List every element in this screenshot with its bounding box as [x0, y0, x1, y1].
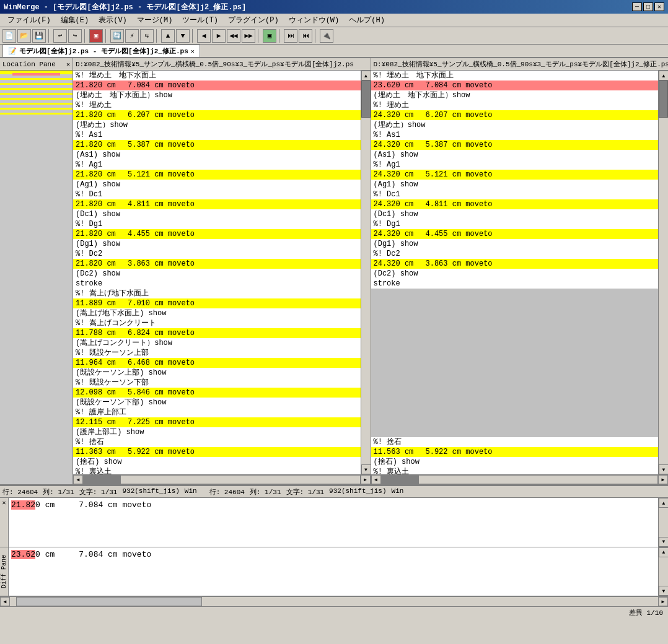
right-h-scroll-left[interactable]: ◀: [371, 475, 381, 484]
right-line-0: %! 埋め土 地下水面上: [371, 71, 659, 80]
toolbar-prev-file[interactable]: ⏮: [299, 29, 312, 43]
diff-bottom-scroll-down[interactable]: ▼: [659, 586, 668, 596]
right-line-15: %! Dg1: [371, 219, 659, 229]
left-line-19: 21.820 cm 3.863 cm moveto: [73, 259, 361, 269]
toolbar-copy-right[interactable]: ▶: [212, 29, 226, 43]
toolbar-copy-all-left[interactable]: ◀◀: [227, 29, 240, 43]
bottom-scroll-left[interactable]: ◀: [0, 597, 10, 606]
diff-pane-bottom: Diff Pane 23.620 cm 7.084 cm moveto ▲ ▼: [0, 547, 668, 597]
left-h-scroll-track[interactable]: [83, 475, 361, 484]
menu-plugins[interactable]: プラグイン(P): [223, 14, 284, 27]
toolbar-redo[interactable]: ↪: [68, 29, 82, 43]
toolbar-sep1: [48, 29, 51, 43]
toolbar-next-file[interactable]: ⏭: [284, 29, 297, 43]
left-line-3: %! 埋め土: [73, 100, 361, 110]
minimize-button[interactable]: ─: [632, 2, 642, 11]
right-line-26: [371, 328, 659, 338]
toolbar-swap[interactable]: ⇆: [140, 29, 154, 43]
menu-view[interactable]: 表示(V): [94, 14, 132, 27]
bottom-area: ✕ 21.820 cm 7.084 cm moveto ▲ ▼ Diff Pan…: [0, 498, 668, 606]
right-line-6: %! As1: [371, 130, 659, 140]
left-panel-content[interactable]: %! 埋め土 地下水面上 21.820 cm 7.084 cm moveto (…: [73, 71, 361, 474]
left-line-24: (嵩上げ地下水面上) show: [73, 308, 361, 318]
right-line-28: [371, 348, 659, 358]
menu-file[interactable]: ファイル(F): [2, 14, 56, 27]
toolbar-compare[interactable]: ⚡: [125, 29, 139, 43]
left-h-scroll-thumb[interactable]: [84, 476, 121, 484]
right-line-17: (Dg1) show: [371, 239, 659, 249]
toolbar-prev-diff[interactable]: ▲: [161, 29, 175, 43]
diff-pane-bottom-scrollbar[interactable]: ▲ ▼: [658, 547, 668, 596]
toolbar-btn3[interactable]: ▣: [89, 29, 103, 43]
right-h-scroll[interactable]: ◀ ▶: [371, 474, 669, 484]
close-button[interactable]: ✕: [654, 2, 664, 11]
right-h-scroll-right[interactable]: ▶: [658, 475, 668, 484]
menu-window[interactable]: ウィンドウ(W): [284, 14, 345, 27]
left-line-8: (As1) show: [73, 150, 361, 160]
left-h-scroll-right[interactable]: ▶: [361, 475, 371, 484]
right-scroll-up[interactable]: ▲: [659, 71, 668, 80]
right-h-scroll-track[interactable]: [381, 475, 659, 484]
toolbar-open[interactable]: 📂: [17, 29, 31, 43]
main-tab[interactable]: 📝 モデル図[全体]j2.ps - モデル図[全体]j2_修正.ps ✕: [2, 45, 200, 57]
menu-help[interactable]: ヘルプ(H): [344, 14, 390, 27]
right-panel-scrollbar[interactable]: ▲ ▼: [658, 71, 668, 474]
restore-button[interactable]: □: [643, 2, 653, 11]
right-line-5: (埋め土）show: [371, 120, 659, 130]
right-h-scroll-thumb[interactable]: [382, 476, 419, 484]
toolbar-next-diff[interactable]: ▼: [176, 29, 190, 43]
left-line-6: %! As1: [73, 130, 361, 140]
toolbar-new[interactable]: 📄: [2, 29, 16, 43]
right-line-10: 24.320 cm 5.121 cm moveto: [371, 170, 659, 180]
diff-top-scroll-track[interactable]: [659, 508, 668, 537]
toolbar-copy-left[interactable]: ◀: [197, 29, 211, 43]
left-panel-scrollbar[interactable]: ▲ ▼: [361, 71, 371, 474]
tab-label: モデル図[全体]j2.ps - モデル図[全体]j2_修正.ps: [19, 46, 188, 56]
location-pane-close-button[interactable]: ✕: [66, 61, 70, 68]
right-line-20: (Dc2) show: [371, 269, 659, 279]
toolbar-plugin[interactable]: 🔌: [320, 29, 333, 43]
tab-close-button[interactable]: ✕: [191, 48, 195, 55]
bottom-scroll-thumb[interactable]: [16, 597, 202, 606]
right-scroll-track[interactable]: [659, 80, 668, 464]
left-line-40: %! 裏込土: [73, 467, 361, 474]
right-line-31: [371, 378, 659, 388]
menu-merge[interactable]: マージ(M): [132, 14, 178, 27]
right-line-3: %! 埋め土: [371, 100, 659, 110]
location-marker-2: [0, 78, 73, 80]
menu-edit[interactable]: 編集(E): [56, 14, 94, 27]
menubar: ファイル(F) 編集(E) 表示(V) マージ(M) ツール(T) プラグイン(…: [0, 14, 668, 27]
left-h-scroll[interactable]: ◀ ▶: [73, 474, 371, 484]
left-line-17: (Dg1) show: [73, 239, 361, 249]
right-panel-content[interactable]: %! 埋め土 地下水面上 23.620 cm 7.084 cm moveto (…: [371, 71, 659, 474]
left-scroll-up[interactable]: ▲: [361, 71, 371, 80]
menu-tools[interactable]: ツール(T): [177, 14, 223, 27]
bottom-scroll-right[interactable]: ▶: [658, 597, 668, 606]
left-line-32: 12.098 cm 5.846 cm moveto: [73, 388, 361, 398]
toolbar-save[interactable]: 💾: [32, 29, 46, 43]
right-scroll-thumb[interactable]: [659, 80, 668, 118]
right-status-encoding: 932(shift_jis): [329, 487, 386, 497]
toolbar-expand[interactable]: ▣: [263, 29, 276, 43]
diff-pane-top-scrollbar[interactable]: ▲ ▼: [658, 498, 668, 547]
diff-bottom-scroll-track[interactable]: [659, 557, 668, 586]
right-line-8: (As1) show: [371, 150, 659, 160]
diff-top-scroll-down[interactable]: ▼: [659, 537, 668, 547]
left-status-char: 文字: 1/31: [79, 487, 118, 497]
left-h-scroll-left[interactable]: ◀: [73, 475, 83, 484]
right-scroll-down[interactable]: ▼: [659, 464, 668, 474]
location-pane: Location Pane ✕: [0, 58, 73, 484]
toolbar-undo[interactable]: ↩: [53, 29, 67, 43]
left-scroll-track[interactable]: [361, 80, 371, 464]
left-scroll-down[interactable]: ▼: [361, 464, 371, 474]
bottom-scrollbar[interactable]: ◀ ▶: [0, 596, 668, 606]
bottom-scroll-track[interactable]: [10, 597, 658, 606]
diff-pane-top-close[interactable]: ✕: [0, 498, 9, 547]
right-line-29: [371, 358, 659, 368]
toolbar-refresh[interactable]: 🔄: [110, 29, 124, 43]
diff-top-scroll-up[interactable]: ▲: [659, 498, 668, 508]
toolbar-copy-all-right[interactable]: ▶▶: [242, 29, 255, 43]
diff-bottom-scroll-up[interactable]: ▲: [659, 547, 668, 557]
right-line-21: stroke: [371, 279, 659, 289]
left-scroll-thumb[interactable]: [361, 80, 371, 118]
